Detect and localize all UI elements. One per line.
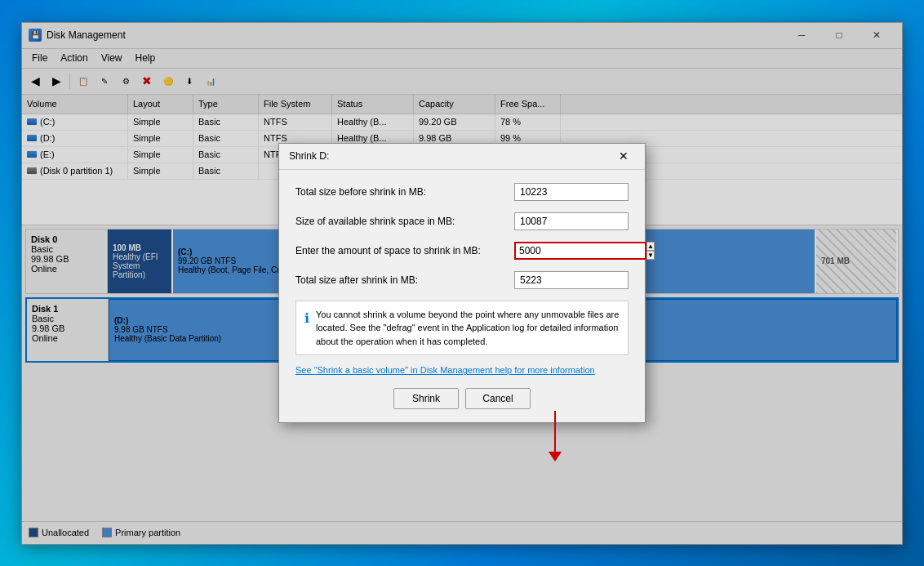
dialog-label-total-before: Total size before shrink in MB: [295,186,514,198]
dialog-row-available: Size of available shrink space in MB: 10… [295,212,629,230]
info-text: You cannot shrink a volume beyond the po… [316,308,620,349]
dialog-label-shrink-amount: Enter the amount of space to shrink in M… [295,245,514,256]
dialog-value-total-after: 5223 [514,271,629,289]
main-window: 💾 Disk Management ─ □ ✕ File Action View… [21,22,903,545]
info-icon: ℹ [304,309,309,349]
dialog-body: Total size before shrink in MB: 10223 Si… [279,170,645,423]
dialog-value-available: 10087 [514,212,629,230]
spin-down-button[interactable]: ▼ [646,251,655,260]
dialog-input-wrap: ▲ ▼ [514,242,629,260]
shrink-button[interactable]: Shrink [393,388,459,409]
dialog-label-available: Size of available shrink space in MB: [295,216,514,227]
shrink-amount-input[interactable] [514,242,646,260]
dialog-row-shrink-amount: Enter the amount of space to shrink in M… [295,242,629,260]
spin-buttons: ▲ ▼ [646,242,655,260]
dialog-close-button[interactable]: ✕ [612,146,635,166]
dialog-overlay: Shrink D: ✕ Total size before shrink in … [22,23,902,544]
dialog-row-total-after: Total size after shrink in MB: 5223 [295,271,629,289]
dialog-buttons: Shrink Cancel [295,385,629,409]
cancel-button[interactable]: Cancel [465,388,531,409]
dialog-label-total-after: Total size after shrink in MB: [295,274,514,286]
arrow-head [549,452,562,461]
dialog-row-total-before: Total size before shrink in MB: 10223 [295,183,629,201]
dialog-title-bar: Shrink D: ✕ [279,144,645,170]
dialog-title: Shrink D: [289,150,612,162]
help-link[interactable]: See "Shrink a basic volume" in Disk Mana… [295,365,629,375]
shrink-dialog: Shrink D: ✕ Total size before shrink in … [278,143,646,424]
dialog-value-total-before: 10223 [514,183,629,201]
info-box: ℹ You cannot shrink a volume beyond the … [295,301,629,356]
spin-up-button[interactable]: ▲ [646,242,655,251]
